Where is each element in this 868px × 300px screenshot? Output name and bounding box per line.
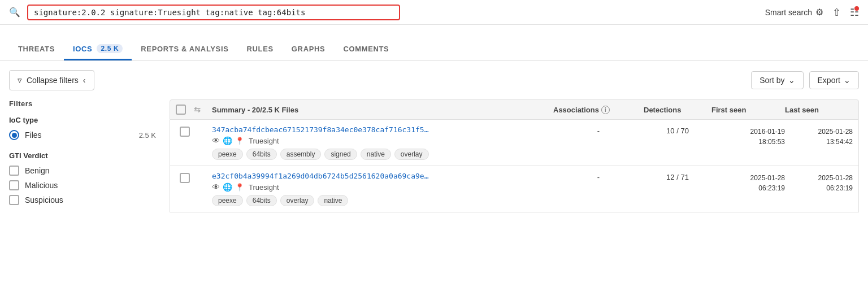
tab-graphs[interactable]: GRAPHS [283,39,335,60]
row-1-meta: 👁 🌐 📍 Truesight [212,136,548,145]
tab-comments-label: COMMENTS [343,45,389,53]
location-icon-2: 📍 [235,183,244,192]
row-1-first-seen-time: 18:05:53 [711,137,785,147]
tab-iocs[interactable]: IOCS 2.5 K [64,38,132,60]
collapse-filters-label: Collapse filters [27,76,79,85]
results-header: ⇆ Summary - 20/2.5 K Files Associations … [170,99,859,120]
tag-overlay-2[interactable]: overlay [280,195,315,206]
row-2-meta-icons: 👁 🌐 📍 [212,182,244,192]
topbar-right: Smart search ⚙ ⇧ ☷ [765,6,859,19]
tab-reports-label: REPORTS & ANALYSIS [141,45,228,53]
export-label: Export [818,76,840,85]
sort-by-button[interactable]: Sort by ⌄ [751,71,803,89]
row-2-last-seen-time: 06:23:19 [785,183,853,193]
tab-comments[interactable]: COMMENTS [334,39,398,60]
tab-threats-label: THREATS [18,45,55,53]
header-select-all-checkbox[interactable] [176,105,186,115]
header-last-seen: Last seen [785,106,853,114]
radio-files-fill [12,133,17,138]
filter-suspicious-label: Suspicious [25,195,63,205]
filter-files-label: Files [25,131,42,140]
tab-threats[interactable]: THREATS [9,39,64,60]
export-button[interactable]: Export ⌄ [809,71,859,89]
collapse-filters-button[interactable]: ▿ Collapse filters ‹ [9,70,94,90]
row-2-hash[interactable]: e32cf0b4a39994f1a269d04db6724b5d2561620a… [212,172,548,180]
smart-search-label: Smart search [765,8,812,17]
row-1-checkbox[interactable] [176,125,194,137]
result-row-inner-2: e32cf0b4a39994f1a269d04db6724b5d2561620a… [176,172,853,206]
filter-option-malicious[interactable]: Malicious [9,180,156,190]
tag-64bits[interactable]: 64bits [246,149,277,160]
checkbox-suspicious[interactable] [9,195,19,205]
row-1-last-seen-date: 2025-01-28 [785,127,853,137]
ioc-type-label: IoC type [9,116,156,124]
tabs-bar: THREATS IOCS 2.5 K REPORTS & ANALYSIS RU… [0,34,868,61]
header-swap-col: ⇆ [194,105,212,114]
row-2-detections: 12 / 71 [644,172,711,181]
row-2-first-seen-date: 2025-01-28 [711,173,785,183]
row-1-first-seen: 2016-01-19 18:05:53 [711,125,785,147]
row-1-summary: 347acba74fdcbeac671521739f8a34ec0e378caf… [212,125,553,160]
filter-option-suspicious[interactable]: Suspicious [9,195,156,205]
associations-label: Associations [553,106,599,114]
row-1-hash[interactable]: 347acba74fdcbeac671521739f8a34ec0e378caf… [212,125,548,134]
row-2-last-seen: 2025-01-28 06:23:19 [785,172,853,193]
header-associations: Associations i [553,106,644,114]
sort-chevron-icon: ⌄ [788,76,795,85]
toolbar-row: ▿ Collapse filters ‹ Sort by ⌄ Export ⌄ [9,70,859,90]
checkbox-row-2[interactable] [180,173,190,183]
row-2-icon-col [194,172,212,173]
row-2-tags: peexe 64bits overlay native [212,195,548,206]
associations-info-icon[interactable]: i [601,106,610,114]
upload-button[interactable]: ⇧ [832,6,841,19]
notification-dot [854,6,859,11]
filter-benign-label: Benign [25,166,50,175]
tag-peexe-2[interactable]: peexe [212,195,243,206]
notifications-button[interactable]: ☷ [850,6,859,19]
tab-iocs-badge: 2.5 K [97,44,123,53]
row-1-associations: - [553,125,644,135]
summary-count: - 20/2.5 K Files [248,106,298,114]
filter-option-files[interactable]: Files 2.5 K [9,130,156,140]
filter-section-ioc-type: IoC type Files 2.5 K [9,116,156,140]
swap-icon: ⇆ [194,105,201,114]
tag-overlay[interactable]: overlay [394,149,429,160]
row-1-source: Truesight [249,137,279,145]
collapse-chevron-icon: ‹ [83,76,86,85]
checkbox-row-1[interactable] [180,127,190,137]
checkbox-benign[interactable] [9,166,19,176]
row-2-first-seen: 2025-01-28 06:23:19 [711,172,785,193]
content-area: ▿ Collapse filters ‹ Sort by ⌄ Export ⌄ … [0,61,868,225]
filter-option-benign[interactable]: Benign [9,166,156,176]
row-1-last-seen-time: 13:54:42 [785,137,853,147]
row-2-checkbox[interactable] [176,172,194,183]
tag-64bits-2[interactable]: 64bits [246,195,277,206]
tab-rules[interactable]: RULES [238,39,283,60]
results-summary: Summary - 20/2.5 K Files [212,106,553,114]
row-1-detections: 10 / 70 [644,125,711,135]
topbar: 🔍 Smart search ⚙ ⇧ ☷ [0,0,868,25]
search-icon: 🔍 [9,7,20,18]
radio-files[interactable] [9,130,19,140]
result-row: e32cf0b4a39994f1a269d04db6724b5d2561620a… [170,166,859,212]
row-2-source: Truesight [249,183,279,192]
tag-signed[interactable]: signed [324,149,357,160]
checkbox-malicious[interactable] [9,180,19,190]
export-chevron-icon: ⌄ [844,76,850,85]
tag-peexe[interactable]: peexe [212,149,243,160]
results-area: ⇆ Summary - 20/2.5 K Files Associations … [170,99,859,216]
row-1-icon-col [194,125,212,127]
toolbar-right: Sort by ⌄ Export ⌄ [751,71,859,89]
tag-native[interactable]: native [361,149,391,160]
row-2-last-seen-date: 2025-01-28 [785,173,853,183]
tag-assembly[interactable]: assembly [280,149,322,160]
row-1-first-seen-date: 2016-01-19 [711,127,785,137]
globe-icon: 🌐 [223,136,232,145]
smart-search-button[interactable]: Smart search ⚙ [765,7,823,18]
row-2-summary: e32cf0b4a39994f1a269d04db6724b5d2561620a… [212,172,553,206]
filter-icon: ▿ [18,75,22,85]
eye-icon-2: 👁 [212,182,220,192]
search-input[interactable] [27,5,400,20]
tag-native-2[interactable]: native [318,195,348,206]
tab-reports[interactable]: REPORTS & ANALYSIS [132,39,237,60]
